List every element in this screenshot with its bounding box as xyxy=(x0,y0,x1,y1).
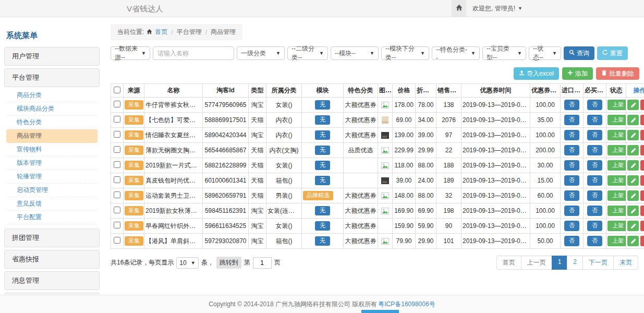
sidebar-group[interactable]: 消息管理 xyxy=(4,271,100,290)
must-buy-toggle[interactable]: 否 xyxy=(587,160,602,171)
delete-button[interactable] xyxy=(640,115,644,125)
status-badge[interactable]: 上架 xyxy=(607,100,626,110)
sidebar-subitem[interactable]: 商品分类 xyxy=(6,89,98,102)
row-checkbox[interactable] xyxy=(114,237,120,244)
pager-link[interactable]: 2 xyxy=(567,256,583,270)
must-buy-toggle[interactable]: 否 xyxy=(587,145,602,155)
row-checkbox[interactable] xyxy=(114,207,120,213)
edit-button[interactable] xyxy=(627,175,639,186)
status-badge[interactable]: 上架 xyxy=(607,130,626,140)
import-select-toggle[interactable]: 否 xyxy=(564,130,579,140)
sidebar-subitem[interactable]: 宣传物料 xyxy=(6,143,98,156)
import-select-toggle[interactable]: 否 xyxy=(564,236,579,246)
edit-button[interactable] xyxy=(627,160,639,171)
edit-button[interactable] xyxy=(627,130,639,140)
row-checkbox[interactable] xyxy=(114,101,120,107)
edit-button[interactable] xyxy=(627,236,639,246)
must-buy-toggle[interactable]: 否 xyxy=(587,206,602,216)
edit-button[interactable] xyxy=(627,145,639,155)
feature-category-select[interactable]: --特色分类--▼ xyxy=(432,46,480,60)
sidebar-group[interactable]: 用户管理 xyxy=(4,47,100,66)
sidebar-subitem[interactable]: 商品管理 xyxy=(6,129,98,143)
sidebar-subitem[interactable]: 轮播管理 xyxy=(6,170,98,184)
delete-button[interactable] xyxy=(640,160,644,171)
edit-button[interactable] xyxy=(627,190,639,201)
import-select-toggle[interactable]: 否 xyxy=(564,175,579,186)
import-excel-button[interactable]: 导入excel xyxy=(514,67,559,80)
pager-current-page[interactable]: 1 xyxy=(552,256,568,270)
row-checkbox[interactable] xyxy=(114,131,120,138)
edit-button[interactable] xyxy=(627,100,639,110)
pager-link[interactable]: 首页 xyxy=(496,256,521,270)
sidebar-subitem[interactable]: 版本管理 xyxy=(6,156,98,170)
status-badge[interactable]: 上架 xyxy=(607,206,626,216)
import-select-toggle[interactable]: 否 xyxy=(564,190,579,201)
add-button[interactable]: 添加 xyxy=(562,67,593,80)
sidebar-subitem[interactable]: 启动页管理 xyxy=(6,184,98,197)
import-select-toggle[interactable]: 否 xyxy=(564,206,579,216)
import-select-toggle[interactable]: 否 xyxy=(564,145,579,155)
import-select-toggle[interactable]: 否 xyxy=(564,115,579,125)
status-badge[interactable]: 上架 xyxy=(607,115,626,125)
delete-button[interactable] xyxy=(640,100,644,110)
name-search-input[interactable] xyxy=(153,46,234,60)
batch-delete-button[interactable]: 批量删除 xyxy=(596,67,639,80)
delete-button[interactable] xyxy=(640,175,644,186)
pager-link[interactable]: 上一页 xyxy=(521,256,552,270)
module-sub-select[interactable]: --模块下分类--▼ xyxy=(381,46,429,60)
sidebar-subitem[interactable]: 特色分类 xyxy=(6,116,98,129)
delete-button[interactable] xyxy=(640,190,644,201)
delete-button[interactable] xyxy=(640,206,644,216)
edit-button[interactable] xyxy=(627,221,639,231)
status-select[interactable]: --状态--▼ xyxy=(529,46,561,60)
delete-button[interactable] xyxy=(640,236,644,246)
must-buy-toggle[interactable]: 否 xyxy=(587,175,602,186)
sidebar-subitem[interactable]: 模块商品分类 xyxy=(6,102,98,116)
sidebar-group[interactable]: 拼团管理 xyxy=(4,228,100,247)
delete-button[interactable] xyxy=(640,145,644,155)
must-buy-toggle[interactable]: 否 xyxy=(587,236,602,246)
row-checkbox[interactable] xyxy=(114,222,120,228)
jump-button[interactable]: 跳转到 xyxy=(216,257,241,269)
must-buy-toggle[interactable]: 否 xyxy=(587,221,602,231)
home-button[interactable] xyxy=(452,0,466,17)
sidebar-group[interactable]: 平台管理 xyxy=(4,68,100,87)
row-checkbox[interactable] xyxy=(114,176,120,183)
must-buy-toggle[interactable]: 否 xyxy=(587,190,602,201)
level1-category-select[interactable]: 一级分类▼ xyxy=(237,46,285,60)
status-badge[interactable]: 上架 xyxy=(607,190,626,201)
select-all-checkbox[interactable] xyxy=(114,87,120,93)
edit-button[interactable] xyxy=(627,206,639,216)
jump-page-input[interactable] xyxy=(253,257,272,269)
status-badge[interactable]: 上架 xyxy=(607,160,626,171)
sidebar-subitem[interactable]: 平台配置 xyxy=(6,211,98,224)
status-badge[interactable]: 上架 xyxy=(607,236,626,246)
must-buy-toggle[interactable]: 否 xyxy=(587,115,602,125)
pager-link[interactable]: 下一页 xyxy=(582,256,614,270)
module-select[interactable]: --模块--▼ xyxy=(331,46,379,60)
must-buy-toggle[interactable]: 否 xyxy=(587,130,602,140)
pager-link[interactable]: 末页 xyxy=(613,256,638,270)
row-checkbox[interactable] xyxy=(114,116,120,123)
item-type-select[interactable]: --宝贝类型--▼ xyxy=(482,46,526,60)
row-checkbox[interactable] xyxy=(114,161,120,168)
level2-category-select[interactable]: --二级分类--▼ xyxy=(287,46,328,60)
breadcrumb-home-link[interactable]: 首页 xyxy=(155,28,167,37)
sidebar-group[interactable]: 省惠快报 xyxy=(4,250,100,269)
search-button[interactable]: 查询 xyxy=(564,46,594,60)
import-select-toggle[interactable]: 否 xyxy=(564,221,579,231)
import-select-toggle[interactable]: 否 xyxy=(564,160,579,171)
sidebar-subitem[interactable]: 意见反馈 xyxy=(6,197,98,211)
status-badge[interactable]: 上架 xyxy=(607,175,626,186)
status-badge[interactable]: 上架 xyxy=(607,221,626,231)
import-select-toggle[interactable]: 否 xyxy=(564,100,579,110)
must-buy-toggle[interactable]: 否 xyxy=(587,100,602,110)
reset-button[interactable]: 重置 xyxy=(597,46,628,60)
data-source-select[interactable]: --数据来源--▼ xyxy=(111,46,150,60)
icp-link[interactable]: 粤ICP备16098006号 xyxy=(378,300,435,309)
page-size-select[interactable]: 10 ▼ xyxy=(176,257,198,269)
user-menu[interactable]: 欢迎您, 管理员! ▼ xyxy=(472,0,523,17)
status-badge[interactable]: 上架 xyxy=(607,145,626,155)
delete-button[interactable] xyxy=(640,130,644,140)
edit-button[interactable] xyxy=(627,115,639,125)
